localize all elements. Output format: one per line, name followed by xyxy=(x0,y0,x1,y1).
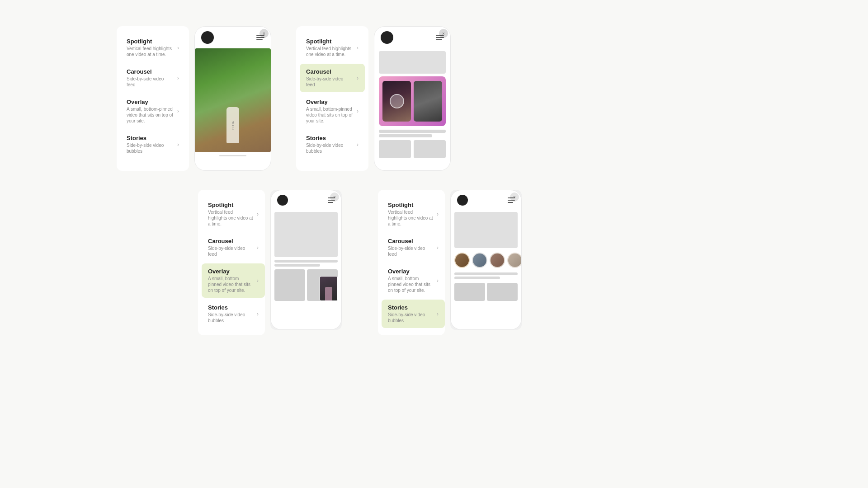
phone-header-bl xyxy=(271,190,341,210)
overlay-desc-tl: A small, bottom-pinned video that sits o… xyxy=(127,106,174,124)
phone-wrapper-br: × xyxy=(450,190,522,330)
phone-logo-tl xyxy=(201,31,214,44)
spotlight-desc-tl: Vertical feed highlights one video at a … xyxy=(127,46,174,57)
phone-mockup-tl: FITIE xyxy=(194,26,271,171)
phone-logo-tr xyxy=(381,31,393,44)
chevron-spotlight-tl: › xyxy=(177,45,179,51)
close-btn-tr[interactable]: × xyxy=(439,29,448,38)
overlay-label-bl: Overlay xyxy=(208,268,253,275)
carousel-desc-bl: Side-by-side video feed xyxy=(208,245,253,257)
phone-wrapper-tr: × xyxy=(374,26,451,171)
phone-content-tr xyxy=(374,48,450,170)
phone-mockup-br xyxy=(450,190,522,330)
chevron-overlay-tr: › xyxy=(357,108,359,114)
stories-label-br: Stories xyxy=(388,304,433,311)
menu-panel-top-left: Spotlight Vertical feed highlights one v… xyxy=(117,26,189,171)
phone-content-tl: FITIE xyxy=(195,48,271,170)
chevron-overlay-bl: › xyxy=(257,277,259,284)
phone-content-br xyxy=(451,210,521,329)
stories-label-bl: Stories xyxy=(208,304,253,311)
chevron-stories-br: › xyxy=(437,311,439,317)
stories-desc-br: Side-by-side video bubbles xyxy=(388,312,433,324)
carousel-label-tl: Carousel xyxy=(127,68,174,75)
phone-mockup-bl xyxy=(270,190,342,330)
card-top-left: Spotlight Vertical feed highlights one v… xyxy=(117,26,271,171)
stories-label-tl: Stories xyxy=(127,135,174,141)
overlay-desc-br: A small, bottom-pinned video that sits o… xyxy=(388,276,433,293)
close-btn-tl[interactable]: × xyxy=(259,29,269,38)
overlay-desc-bl: A small, bottom-pinned video that sits o… xyxy=(208,276,253,293)
overlay-desc-tr: A small, bottom-pinned video that sits o… xyxy=(306,106,353,124)
carousel-label-bl: Carousel xyxy=(208,238,253,244)
phone-header-br xyxy=(451,190,521,210)
card-bottom-right: Spotlight Vertical feed highlights one v… xyxy=(378,190,522,335)
menu-item-overlay-tr[interactable]: Overlay A small, bottom-pinned video tha… xyxy=(300,94,365,128)
spotlight-desc-bl: Vertical feed highlights one video at a … xyxy=(208,209,253,227)
chevron-carousel-br: › xyxy=(437,244,439,251)
spotlight-desc-br: Vertical feed highlights one video at a … xyxy=(388,209,433,227)
carousel-desc-tl: Side-by-side video feed xyxy=(127,76,174,88)
chevron-carousel-tl: › xyxy=(177,75,179,81)
menu-item-overlay-tl[interactable]: Overlay A small, bottom-pinned video tha… xyxy=(120,94,185,128)
carousel-desc-br: Side-by-side video feed xyxy=(388,245,433,257)
phone-logo-bl xyxy=(277,195,288,206)
spotlight-label-br: Spotlight xyxy=(388,202,433,208)
card-top-right: Spotlight Vertical feed highlights one v… xyxy=(296,26,451,171)
stories-desc-tl: Side-by-side video bubbles xyxy=(127,142,174,154)
carousel-label-tr: Carousel xyxy=(306,68,353,75)
chevron-carousel-tr: › xyxy=(357,75,359,81)
chevron-stories-tl: › xyxy=(177,141,179,148)
menu-item-carousel-bl[interactable]: Carousel Side-by-side video feed › xyxy=(202,233,265,262)
menu-item-spotlight-tr[interactable]: Spotlight Vertical feed highlights one v… xyxy=(300,33,365,62)
menu-item-carousel-tr[interactable]: Carousel Side-by-side video feed › xyxy=(300,64,365,92)
menu-item-spotlight-tl[interactable]: Spotlight Vertical feed highlights one v… xyxy=(120,33,185,62)
menu-panel-br: Spotlight Vertical feed highlights one v… xyxy=(378,190,445,335)
stories-desc-bl: Side-by-side video bubbles xyxy=(208,312,253,324)
card-bottom-left: Spotlight Vertical feed highlights one v… xyxy=(198,190,342,335)
phone-header-tl xyxy=(195,27,271,48)
phone-wrapper-tl: × FITIE xyxy=(194,26,271,171)
spotlight-desc-tr: Vertical feed highlights one video at a … xyxy=(306,46,353,57)
story-bubble-2[interactable] xyxy=(472,253,487,268)
close-btn-bl[interactable]: × xyxy=(330,192,339,202)
menu-item-stories-tr[interactable]: Stories Side-by-side video bubbles › xyxy=(300,130,365,159)
phone-logo-br xyxy=(457,195,468,206)
spotlight-label-bl: Spotlight xyxy=(208,202,253,208)
chevron-overlay-br: › xyxy=(437,277,439,284)
overlay-label-tr: Overlay xyxy=(306,99,353,105)
menu-item-stories-br[interactable]: Stories Side-by-side video bubbles › xyxy=(382,300,445,328)
menu-item-spotlight-bl[interactable]: Spotlight Vertical feed highlights one v… xyxy=(202,197,265,231)
carousel-label-br: Carousel xyxy=(388,238,433,244)
overlay-label-br: Overlay xyxy=(388,268,433,275)
menu-item-carousel-tl[interactable]: Carousel Side-by-side video feed › xyxy=(120,64,185,92)
phone-content-bl xyxy=(271,210,341,329)
spotlight-label-tl: Spotlight xyxy=(127,38,174,45)
menu-panel-bl: Spotlight Vertical feed highlights one v… xyxy=(198,190,265,335)
story-bubble-3[interactable] xyxy=(490,253,505,268)
chevron-stories-bl: › xyxy=(257,311,259,317)
menu-item-stories-tl[interactable]: Stories Side-by-side video bubbles › xyxy=(120,130,185,159)
chevron-spotlight-br: › xyxy=(437,211,439,217)
menu-item-overlay-br[interactable]: Overlay A small, bottom-pinned video tha… xyxy=(382,263,445,298)
close-btn-br[interactable]: × xyxy=(510,192,519,202)
overlay-label-tl: Overlay xyxy=(127,99,174,105)
main-canvas: Spotlight Vertical feed highlights one v… xyxy=(0,0,868,488)
stories-desc-tr: Side-by-side video bubbles xyxy=(306,142,353,154)
menu-item-overlay-bl[interactable]: Overlay A small, bottom-pinned video tha… xyxy=(202,263,265,298)
menu-panel-tr: Spotlight Vertical feed highlights one v… xyxy=(296,26,368,171)
chevron-spotlight-bl: › xyxy=(257,211,259,217)
chevron-spotlight-tr: › xyxy=(357,45,359,51)
chevron-overlay-tl: › xyxy=(177,108,179,114)
phone-mockup-tr xyxy=(374,26,451,171)
menu-item-carousel-br[interactable]: Carousel Side-by-side video feed › xyxy=(382,233,445,262)
menu-item-stories-bl[interactable]: Stories Side-by-side video bubbles › xyxy=(202,300,265,328)
phone-header-tr xyxy=(374,27,450,48)
story-bubble-1[interactable] xyxy=(454,253,470,268)
stories-label-tr: Stories xyxy=(306,135,353,141)
menu-item-spotlight-br[interactable]: Spotlight Vertical feed highlights one v… xyxy=(382,197,445,231)
carousel-desc-tr: Side-by-side video feed xyxy=(306,76,353,88)
spotlight-label-tr: Spotlight xyxy=(306,38,353,45)
story-bubble-4[interactable] xyxy=(507,253,521,268)
stories-bubbles-row xyxy=(451,250,521,271)
phone-wrapper-bl: × xyxy=(270,190,342,330)
